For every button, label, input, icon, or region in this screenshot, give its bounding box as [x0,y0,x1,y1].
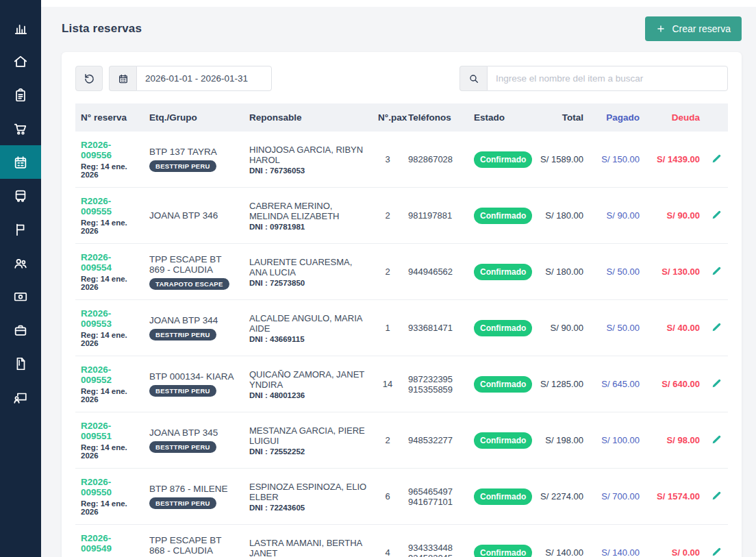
sidebar-item-calendar[interactable] [0,145,41,179]
paid-amount: S/ 90.00 [589,188,645,244]
paid-amount: S/ 150.00 [589,132,645,188]
debt-amount: S/ 40.00 [645,300,705,356]
table-row: R2026-009549 Reg: 14 ene. 2026 TPP ESCAP… [75,525,728,557]
status-badge: Confirmado [474,376,532,393]
registration-date: Reg: 14 ene. 2026 [81,387,138,404]
total-amount: S/ 198.00 [531,412,589,469]
edit-reservation-button[interactable] [711,546,722,557]
edit-reservation-button[interactable] [711,321,722,335]
status-badge: Confirmado [474,264,532,280]
edit-reservation-button[interactable] [711,377,722,391]
sidebar-item-flag[interactable] [0,212,41,246]
status-badge: Confirmado [474,320,532,336]
pencil-icon [711,153,722,164]
agency-tag-badge: BESTTRIP PERU [149,441,216,453]
sidebar-item-briefcase[interactable] [0,313,41,347]
table-row: R2026-009554 Reg: 14 ene. 2026 TPP ESCAP… [75,244,728,300]
sidebar-item-cart[interactable] [0,112,41,145]
pencil-icon [711,490,722,502]
status-badge: Confirmado [474,151,532,168]
pencil-icon [711,377,722,389]
create-reservation-button[interactable]: Crear reserva [645,16,742,41]
group-name: JOANA BTP 344 [149,315,238,325]
registration-date: Reg: 14 ene. 2026 [81,331,138,347]
sidebar-item-bar-chart[interactable] [0,11,41,45]
sidebar-item-clipboard[interactable] [0,78,41,112]
sidebar-item-users[interactable] [0,246,41,280]
reservation-code-link[interactable]: R2026-009555 [81,196,138,216]
responsible-dni: DNI : 09781981 [249,223,367,231]
search-input[interactable] [487,66,728,91]
pencil-icon [711,434,722,445]
edit-reservation-button[interactable] [711,209,722,223]
bar-chart-icon [13,21,28,36]
reservations-card: N° reservaEtq./GrupoReponsableN°.paxTelé… [62,52,742,557]
status-badge: Confirmado [474,432,532,449]
column-header: Etq./Grupo [144,103,244,132]
bus-icon [13,188,28,203]
top-strip [41,0,756,7]
registration-date: Reg: 14 ene. 2026 [81,219,138,235]
sidebar-item-money[interactable] [0,280,41,313]
reservation-code-link[interactable]: R2026-009549 [81,533,138,554]
reservation-code-link[interactable]: R2026-009550 [81,477,138,497]
agency-tag-badge: BESTTRIP PERU [149,160,216,172]
group-name: BTP 876 - MILENE [149,484,238,494]
responsible-name: ALCALDE ANGULO, MARIA AIDE [249,313,367,334]
pax-count: 14 [373,356,403,412]
paid-amount: S/ 700.00 [589,469,645,525]
reset-filters-button[interactable] [75,66,103,91]
page-title: Lista reservas [62,22,142,36]
filters-toolbar [75,66,728,91]
edit-reservation-button[interactable] [711,490,722,504]
phone-numbers: 965465497 941677101 [403,469,468,525]
flag-icon [13,222,28,237]
status-badge: Confirmado [474,545,532,557]
calendar-icon [118,73,129,84]
reset-icon [84,73,95,84]
table-row: R2026-009550 Reg: 14 ene. 2026 BTP 876 -… [75,469,728,525]
responsible-name: LASTRA MAMANI, BERTHA JANET [249,538,367,557]
registration-date: Reg: 14 ene. 2026 [81,275,138,291]
debt-amount: S/ 90.00 [645,188,705,244]
table-row: R2026-009556 Reg: 14 ene. 2026 BTP 137 T… [75,132,728,188]
table-header-row: N° reservaEtq./GrupoReponsableN°.paxTelé… [75,103,728,132]
sidebar-item-home[interactable] [0,45,41,78]
reservation-code-link[interactable]: R2026-009551 [81,421,138,441]
agency-tag-badge: BESTTRIP PERU [149,497,216,509]
total-amount: S/ 90.00 [531,300,589,356]
reservation-code-link[interactable]: R2026-009554 [81,252,138,273]
group-name: TPP ESCAPE BT 869 - CLAUDIA [149,254,238,275]
sidebar-item-user-screen[interactable] [0,380,41,414]
reservation-code-link[interactable]: R2026-009553 [81,308,138,329]
total-amount: S/ 2274.00 [531,469,589,525]
table-row: R2026-009552 Reg: 14 ene. 2026 BTP 00013… [75,356,728,412]
group-name: BTP 137 TAYRA [149,147,238,157]
responsible-dni: DNI : 72243605 [249,504,367,512]
total-amount: S/ 140.00 [531,525,589,557]
phone-numbers: 987232395 915355859 [403,356,468,412]
edit-reservation-button[interactable] [711,434,722,447]
debt-amount: S/ 98.00 [645,412,705,469]
sidebar-item-file[interactable] [0,347,41,380]
reservation-code-link[interactable]: R2026-009552 [81,364,138,385]
calendar-addon [109,66,136,91]
pax-count: 4 [373,525,403,557]
table-row: R2026-009551 Reg: 14 ene. 2026 JOANA BTP… [75,412,728,469]
pax-count: 1 [373,300,403,356]
date-range-input[interactable] [136,66,272,91]
column-header [705,103,728,132]
column-header: Teléfonos [403,103,468,132]
sidebar-item-bus[interactable] [0,179,41,212]
status-badge: Confirmado [474,208,532,224]
edit-reservation-button[interactable] [711,265,722,279]
registration-date: Reg: 14 ene. 2026 [81,162,138,179]
search-icon [468,73,479,84]
group-name: JOANA BTP 346 [149,210,238,221]
reservation-code-link[interactable]: R2026-009556 [81,140,138,160]
calendar-icon [13,155,28,170]
responsible-name: MESTANZA GARCIA, PIERE LUIGUI [249,425,367,446]
search-group [459,66,728,91]
edit-reservation-button[interactable] [711,153,722,166]
debt-amount: S/ 1439.00 [645,132,705,188]
